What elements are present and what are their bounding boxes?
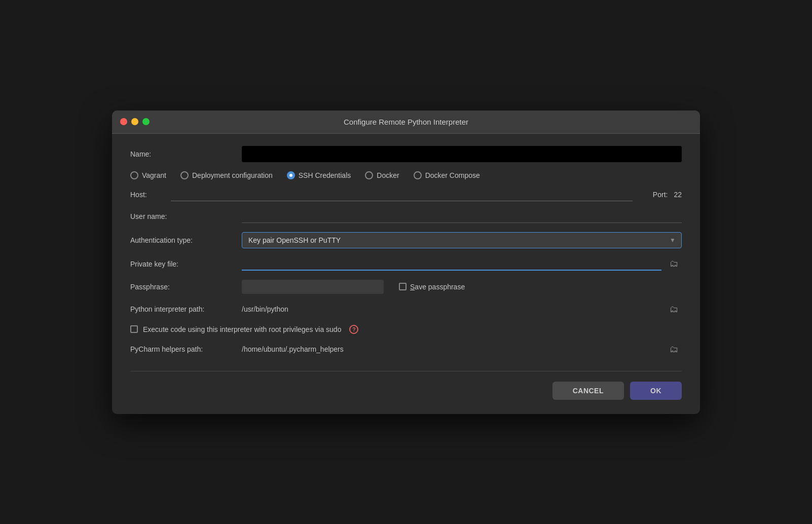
radio-vagrant-label: Vagrant <box>142 171 166 179</box>
save-passphrase-option[interactable]: Save passphrase <box>399 283 465 291</box>
radio-ssh-label: SSH Credentials <box>299 171 351 179</box>
save-passphrase-label: Save passphrase <box>410 283 465 291</box>
interpreter-type-group: Vagrant Deployment configuration SSH Cre… <box>130 171 682 179</box>
port-label: Port: <box>653 191 668 199</box>
radio-docker-compose-input[interactable] <box>414 171 422 179</box>
python-path-row: Python interpreter path: /usr/bin/python… <box>130 303 682 316</box>
name-label: Name: <box>130 150 242 158</box>
radio-vagrant[interactable]: Vagrant <box>130 171 166 179</box>
helpers-label: PyCharm helpers path: <box>130 345 242 353</box>
auth-row: Authentication type: Key pair OpenSSH or… <box>130 232 682 248</box>
close-button[interactable] <box>120 118 127 125</box>
cancel-button[interactable]: CANCEL <box>552 382 624 400</box>
helpers-browse-button[interactable]: 🗂 <box>667 343 682 356</box>
minimize-button[interactable] <box>131 118 138 125</box>
username-input[interactable] <box>242 210 682 223</box>
auth-dropdown-wrapper: Key pair OpenSSH or PuTTY ▼ <box>242 232 682 248</box>
ok-button[interactable]: OK <box>630 382 682 400</box>
host-row: Host: Port: 22 <box>130 189 682 201</box>
buttons-row: CANCEL OK <box>130 382 682 400</box>
helpers-row: PyCharm helpers path: /home/ubuntu/.pych… <box>130 343 682 356</box>
maximize-button[interactable] <box>142 118 150 125</box>
configure-interpreter-dialog: Configure Remote Python Interpreter Name… <box>112 110 700 414</box>
radio-docker-label: Docker <box>377 171 399 179</box>
radio-vagrant-input[interactable] <box>130 171 138 179</box>
passphrase-row: Passphrase: Save passphrase <box>130 280 682 294</box>
port-value: 22 <box>674 191 682 199</box>
radio-docker-compose-label: Docker Compose <box>425 171 480 179</box>
sudo-label: Execute code using this interpreter with… <box>143 325 341 333</box>
radio-docker-compose[interactable]: Docker Compose <box>414 171 480 179</box>
radio-deployment-input[interactable] <box>180 171 189 179</box>
private-key-input[interactable] <box>242 257 661 271</box>
radio-deployment[interactable]: Deployment configuration <box>180 171 273 179</box>
name-row: Name: <box>130 146 682 162</box>
helpers-path-value: /home/ubuntu/.pycharm_helpers <box>242 345 661 353</box>
dialog-title: Configure Remote Python Interpreter <box>344 118 468 126</box>
python-path-label: Python interpreter path: <box>130 305 242 313</box>
passphrase-input[interactable] <box>242 280 384 294</box>
radio-ssh[interactable]: SSH Credentials <box>287 171 351 179</box>
auth-select[interactable]: Key pair OpenSSH or PuTTY <box>242 232 682 248</box>
title-bar: Configure Remote Python Interpreter <box>112 110 700 134</box>
host-input[interactable] <box>171 189 633 201</box>
python-path-value: /usr/bin/python <box>242 305 661 313</box>
passphrase-label: Passphrase: <box>130 283 242 291</box>
username-row: User name: <box>130 210 682 223</box>
dialog-content: Name: Vagrant Deployment configuration S… <box>112 134 700 414</box>
radio-deployment-label: Deployment configuration <box>192 171 273 179</box>
name-input[interactable] <box>242 146 682 162</box>
auth-label: Authentication type: <box>130 236 242 244</box>
radio-docker[interactable]: Docker <box>365 171 399 179</box>
private-key-row: Private key file: 🗂 <box>130 257 682 271</box>
sudo-help-icon[interactable]: ? <box>349 325 358 334</box>
sudo-checkbox[interactable] <box>130 325 138 333</box>
radio-ssh-input[interactable] <box>287 171 295 179</box>
window-controls <box>120 118 150 125</box>
save-passphrase-checkbox[interactable] <box>399 283 407 290</box>
divider <box>130 371 682 371</box>
private-key-label: Private key file: <box>130 260 242 268</box>
sudo-row: Execute code using this interpreter with… <box>130 325 682 334</box>
radio-docker-input[interactable] <box>365 171 373 179</box>
username-label: User name: <box>130 212 242 220</box>
python-path-browse-button[interactable]: 🗂 <box>667 303 682 316</box>
host-label: Host: <box>130 191 171 199</box>
private-key-browse-button[interactable]: 🗂 <box>667 257 682 270</box>
